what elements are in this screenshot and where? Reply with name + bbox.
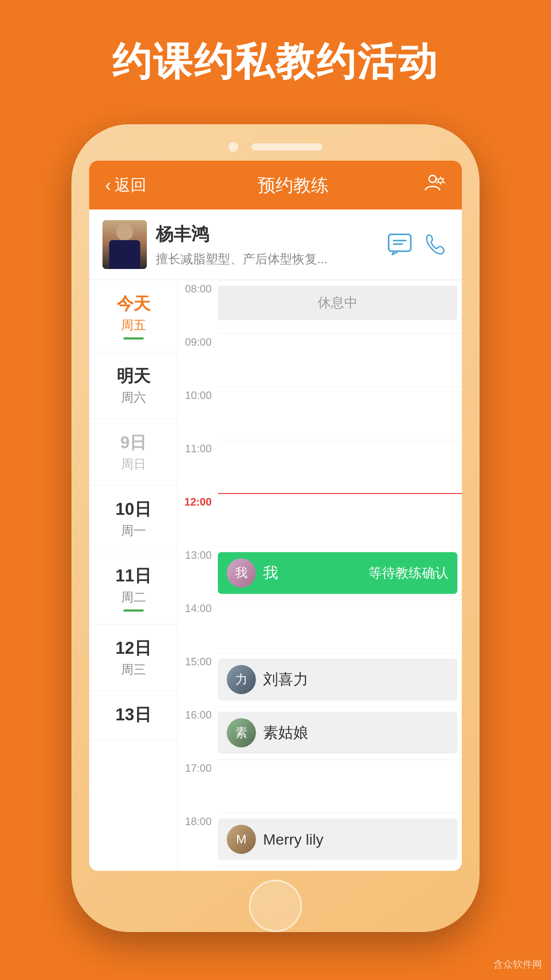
booking-name-liuxili: 刘喜力	[263, 669, 308, 690]
day-label-tomorrow: 明天	[89, 365, 177, 387]
day-item-day13[interactable]: 13日	[89, 691, 177, 741]
days-sidebar: 今天 周五 明天 周六 9日 周日 10日 周一 11日	[89, 280, 178, 871]
trainer-description: 擅长减脂塑型、产后体型恢复...	[156, 251, 378, 268]
schedule-area: 08:00 休息中 09:00 10:00 11:00	[178, 280, 462, 871]
time-line-0800: 休息中	[218, 280, 462, 329]
booking-item-liuxili[interactable]: 力 刘喜力	[218, 659, 457, 700]
time-slot-1500: 15:00 力 刘喜力	[178, 653, 462, 706]
time-slot-1400: 14:00	[178, 600, 462, 653]
time-label-1900: 19:00	[178, 866, 218, 871]
svg-point-0	[429, 175, 436, 182]
booking-item-pending[interactable]: 我 我 等待教练确认	[218, 552, 457, 594]
time-label-1400: 14:00	[178, 600, 218, 615]
time-slot-1900: 19:00	[178, 866, 462, 871]
day-label-11: 11日	[89, 565, 177, 587]
time-slot-0800: 08:00 休息中	[178, 280, 462, 333]
day-sublabel-9: 周日	[89, 456, 177, 473]
time-line-1500: 力 刘喜力	[218, 653, 462, 706]
active-day-indicator	[123, 337, 144, 340]
booking-avatar-liuxili: 力	[227, 665, 256, 694]
time-line-1900	[218, 866, 462, 871]
day-item-today[interactable]: 今天 周五	[89, 280, 177, 352]
time-label-0900: 09:00	[178, 333, 218, 348]
time-slot-1600: 16:00 素 素姑娘	[178, 706, 462, 759]
booking-item-merrylily[interactable]: M Merry lily	[218, 818, 457, 860]
back-button[interactable]: ‹ 返回	[105, 174, 167, 196]
phone-button[interactable]	[422, 231, 449, 258]
time-slot-1000: 10:00	[178, 387, 462, 440]
booking-name-me: 我	[263, 563, 278, 583]
page-title: 约课约私教约活动	[0, 36, 551, 88]
content-area: 今天 周五 明天 周六 9日 周日 10日 周一 11日	[89, 280, 462, 871]
time-slot-1200: 12:00	[178, 493, 462, 546]
day-item-day11[interactable]: 11日 周二	[89, 552, 177, 624]
time-label-1600: 16:00	[178, 706, 218, 721]
time-slot-0900: 09:00	[178, 333, 462, 387]
day-label-13: 13日	[89, 703, 177, 726]
day-sublabel-10: 周一	[89, 522, 177, 539]
booking-avatar-suguniang: 素	[227, 718, 256, 747]
trainer-avatar	[102, 220, 147, 269]
day-sublabel-12: 周三	[89, 661, 177, 678]
day-item-tomorrow[interactable]: 明天 周六	[89, 352, 177, 419]
time-label-1800: 18:00	[178, 813, 218, 828]
trainer-name: 杨丰鸿	[156, 222, 378, 246]
trainer-actions	[386, 231, 449, 258]
back-arrow-icon: ‹	[105, 175, 111, 195]
time-line-1800: M Merry lily	[218, 813, 462, 865]
time-label-1700: 17:00	[178, 759, 218, 775]
person-settings-icon[interactable]	[419, 172, 446, 198]
booking-avatar-merrylily: M	[227, 825, 256, 854]
time-slot-1700: 17:00	[178, 759, 462, 813]
time-label-1300: 13:00	[178, 546, 218, 561]
time-line-1700	[218, 759, 462, 808]
day-label-12: 12日	[89, 637, 177, 660]
time-label-1500: 15:00	[178, 653, 218, 668]
time-label-1200-current: 12:00	[178, 493, 218, 508]
time-line-1300: 我 我 等待教练确认	[218, 546, 462, 599]
day-sublabel-today: 周五	[89, 317, 177, 334]
phone-shell: ‹ 返回 预约教练 杨丰鸿	[71, 124, 480, 932]
phone-speaker	[252, 143, 323, 150]
day-sublabel-tomorrow: 周六	[89, 389, 177, 406]
booking-item-suguniang[interactable]: 素 素姑娘	[218, 712, 457, 754]
time-line-1400	[218, 600, 462, 648]
time-label-0800: 08:00	[178, 280, 218, 295]
time-label-1000: 10:00	[178, 387, 218, 402]
booking-status-pending: 等待教练确认	[369, 564, 449, 582]
rest-block: 休息中	[218, 286, 457, 320]
day-label-10: 10日	[89, 498, 177, 521]
trainer-info-panel: 杨丰鸿 擅长减脂塑型、产后体型恢复...	[89, 209, 462, 280]
day-label-today: 今天	[89, 292, 177, 315]
watermark: 含众软件网	[493, 958, 542, 971]
day11-indicator	[123, 609, 144, 612]
phone-top-sensors	[71, 124, 480, 161]
time-slot-1300: 13:00 我 我 等待教练确认	[178, 546, 462, 600]
time-slot-1100: 11:00	[178, 440, 462, 493]
day-sublabel-11: 周二	[89, 589, 177, 606]
svg-rect-2	[389, 234, 411, 251]
day-item-day10[interactable]: 10日 周一	[89, 486, 177, 552]
time-line-1000	[218, 387, 462, 435]
phone-screen: ‹ 返回 预约教练 杨丰鸿	[89, 161, 462, 871]
day-item-day12[interactable]: 12日 周三	[89, 624, 177, 691]
svg-point-1	[438, 178, 443, 183]
time-line-0900	[218, 333, 462, 382]
time-slot-1800: 18:00 M Merry lily	[178, 813, 462, 866]
home-button[interactable]	[249, 880, 302, 932]
day-item-day9[interactable]: 9日 周日	[89, 419, 177, 486]
booking-name-merrylily: Merry lily	[263, 831, 323, 848]
header-title: 预约教练	[167, 173, 419, 198]
booking-avatar-me: 我	[227, 558, 256, 588]
day-label-9: 9日	[89, 431, 177, 454]
time-line-1100	[218, 440, 462, 489]
booking-name-suguniang: 素姑娘	[263, 723, 308, 743]
time-line-1600: 素 素姑娘	[218, 706, 462, 759]
chat-button[interactable]	[386, 231, 413, 258]
back-label: 返回	[114, 174, 146, 196]
navigation-header: ‹ 返回 预约教练	[89, 161, 462, 209]
trainer-text: 杨丰鸿 擅长减脂塑型、产后体型恢复...	[156, 222, 378, 268]
time-line-1200-current	[218, 493, 462, 542]
front-camera-dot	[228, 142, 238, 152]
time-label-1100: 11:00	[178, 440, 218, 455]
